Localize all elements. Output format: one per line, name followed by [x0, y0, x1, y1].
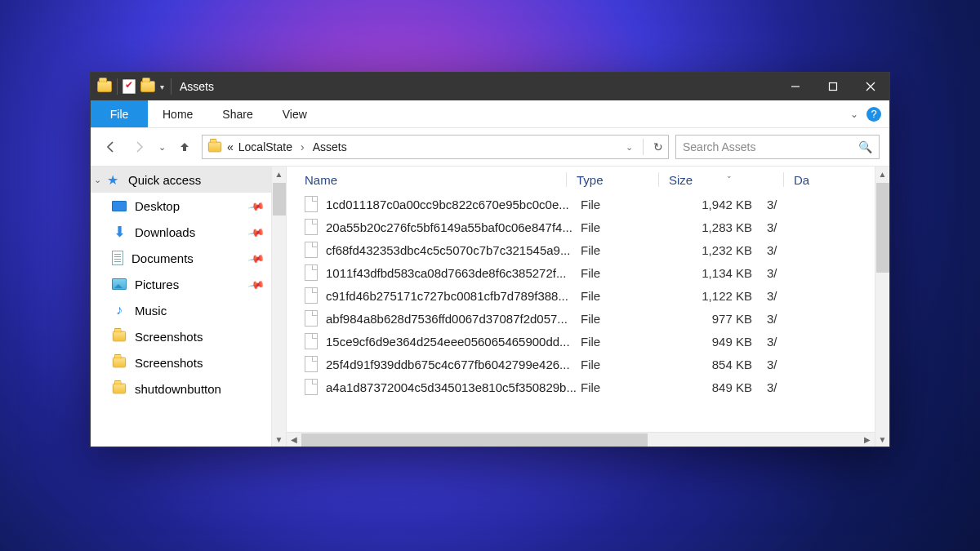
file-name: 15ce9cf6d9e364d254eee056065465900dd...	[326, 335, 581, 349]
sidebar-item-shutdownbutton[interactable]: shutdownbutton	[91, 375, 271, 402]
breadcrumb-part-1[interactable]: Assets	[313, 140, 347, 153]
help-icon[interactable]: ?	[866, 107, 881, 122]
body: ⌄★Quick accessDesktop📌⬇Downloads📌Documen…	[91, 166, 889, 447]
file-row[interactable]: 1011f43dfbd583ca08d7663de8f6c385272f...F…	[287, 261, 875, 284]
properties-icon[interactable]	[122, 79, 136, 94]
minimize-button[interactable]	[777, 73, 814, 100]
file-size: 849 KB	[662, 380, 767, 394]
hscroll-thumb[interactable]	[301, 433, 648, 447]
file-name: c91fd46b275171c727bc0081cfb7d789f388...	[326, 289, 581, 303]
column-headers: Name Type ⌄Size Da	[287, 167, 875, 193]
file-row[interactable]: 20a55b20c276fc5bf6149a55baf0c06e847f4...…	[287, 216, 875, 238]
sidebar-item-screenshots[interactable]: Screenshots	[91, 323, 271, 349]
sidebar-item-label: Desktop	[135, 199, 180, 213]
sidebar-item-screenshots[interactable]: Screenshots	[91, 349, 271, 375]
file-type: File	[581, 220, 662, 234]
maximize-button[interactable]	[814, 73, 852, 100]
column-name[interactable]: Name	[305, 173, 566, 187]
new-folder-icon[interactable]	[140, 81, 155, 92]
file-row[interactable]: c91fd46b275171c727bc0081cfb7d789f388...F…	[287, 284, 875, 307]
file-menu[interactable]: File	[91, 100, 148, 127]
titlebar-divider	[171, 78, 172, 95]
column-type[interactable]: Type	[577, 173, 658, 187]
sidebar-item-music[interactable]: ♪Music	[91, 297, 271, 323]
chevron-down-icon[interactable]: ⌄	[94, 175, 101, 185]
file-scroll-thumb[interactable]	[876, 183, 889, 273]
horizontal-scrollbar[interactable]: ◀ ▶	[287, 432, 875, 447]
file-name: 20a55b20c276fc5bf6149a55baf0c06e847f4...	[326, 220, 581, 234]
file-row[interactable]: 25f4d91f939ddb675c4c677fb6042799e426...F…	[287, 353, 875, 375]
scroll-up-icon[interactable]: ▲	[272, 167, 286, 181]
sidebar-scroll-thumb[interactable]	[273, 183, 286, 216]
forward-button[interactable]	[128, 136, 149, 158]
sidebar-item-label: shutdownbutton	[135, 382, 221, 396]
pin-icon: 📌	[247, 223, 265, 240]
file-size: 1,232 KB	[662, 243, 767, 257]
breadcrumb-part-0[interactable]: LocalState	[238, 140, 292, 153]
folder-icon	[112, 381, 127, 396]
file-icon	[305, 379, 318, 395]
file-row[interactable]: 1cd011187c0a00cc9bc822c670e95bc0c0e...Fi…	[287, 193, 875, 216]
up-button[interactable]	[174, 136, 195, 158]
sidebar-item-downloads[interactable]: ⬇Downloads📌	[91, 219, 271, 245]
tab-view[interactable]: View	[268, 100, 322, 127]
titlebar[interactable]: ▾ Assets	[91, 73, 889, 100]
search-input[interactable]	[683, 140, 858, 153]
scroll-right-icon[interactable]: ▶	[860, 433, 875, 447]
qat-dropdown-icon[interactable]: ▾	[160, 82, 164, 91]
ribbon: File Home Share View ⌄ ?	[91, 100, 889, 128]
scroll-left-icon[interactable]: ◀	[287, 433, 301, 447]
file-row[interactable]: a4a1d87372004c5d345013e810c5f350829b...F…	[287, 375, 875, 398]
column-date[interactable]: Da	[794, 173, 875, 187]
recent-locations-button[interactable]: ⌄	[156, 136, 167, 158]
svg-rect-1	[830, 83, 837, 91]
star-icon: ★	[105, 172, 120, 187]
sidebar-scrollbar[interactable]: ▲ ▼	[271, 167, 286, 447]
desktop-icon	[112, 201, 127, 211]
scroll-down-icon[interactable]: ▼	[272, 432, 286, 447]
search-icon[interactable]: 🔍	[858, 140, 872, 153]
chevron-right-icon[interactable]: ›	[297, 140, 308, 153]
tab-share[interactable]: Share	[207, 100, 267, 127]
sidebar-item-documents[interactable]: Documents📌	[91, 245, 271, 271]
file-scrollbar[interactable]: ▲ ▼	[875, 167, 889, 447]
documents-icon	[112, 251, 123, 265]
file-type: File	[581, 358, 662, 371]
quick-access-toolbar: ▾	[91, 78, 171, 95]
search-box[interactable]: 🔍	[675, 135, 880, 159]
file-size: 1,942 KB	[662, 198, 767, 211]
file-date: 3/	[767, 198, 875, 211]
file-row[interactable]: abf984a8b628d7536ffd0067d37087f2d057...F…	[287, 307, 875, 330]
scroll-down-icon[interactable]: ▼	[875, 432, 889, 447]
address-divider	[643, 139, 644, 155]
file-icon	[305, 287, 318, 304]
sidebar-item-label: Screenshots	[135, 356, 203, 370]
file-date: 3/	[767, 289, 875, 303]
tab-home[interactable]: Home	[148, 100, 207, 127]
close-button[interactable]	[852, 73, 889, 100]
sidebar-quick-access[interactable]: ⌄★Quick access	[91, 167, 271, 193]
sidebar-item-desktop[interactable]: Desktop📌	[91, 193, 271, 219]
file-size: 854 KB	[662, 358, 767, 371]
file-pane: Name Type ⌄Size Da 1cd011187c0a00cc9bc82…	[287, 167, 889, 447]
file-date: 3/	[767, 380, 875, 394]
sidebar-item-label: Screenshots	[135, 330, 203, 344]
file-size: 949 KB	[662, 335, 767, 349]
breadcrumb-overflow[interactable]: «	[227, 140, 234, 153]
folder-icon	[112, 329, 127, 344]
address-dropdown-icon[interactable]: ⌄	[626, 142, 633, 153]
pin-icon: 📌	[247, 197, 265, 214]
address-folder-icon	[208, 142, 221, 153]
address-bar[interactable]: « LocalState › Assets ⌄ ↻	[202, 135, 669, 159]
file-size: 1,122 KB	[662, 289, 767, 303]
column-size[interactable]: ⌄Size	[669, 173, 783, 187]
file-size: 1,134 KB	[662, 266, 767, 280]
pin-icon: 📌	[247, 275, 265, 292]
ribbon-collapse-icon[interactable]: ⌄	[850, 109, 858, 120]
file-row[interactable]: 15ce9cf6d9e364d254eee056065465900dd...Fi…	[287, 330, 875, 353]
sidebar-item-pictures[interactable]: Pictures📌	[91, 271, 271, 297]
file-row[interactable]: cf68fd432353dbc4c5c5070c7b7c321545a9...F…	[287, 238, 875, 261]
scroll-up-icon[interactable]: ▲	[875, 167, 889, 181]
refresh-icon[interactable]: ↻	[653, 140, 663, 153]
back-button[interactable]	[100, 136, 122, 158]
